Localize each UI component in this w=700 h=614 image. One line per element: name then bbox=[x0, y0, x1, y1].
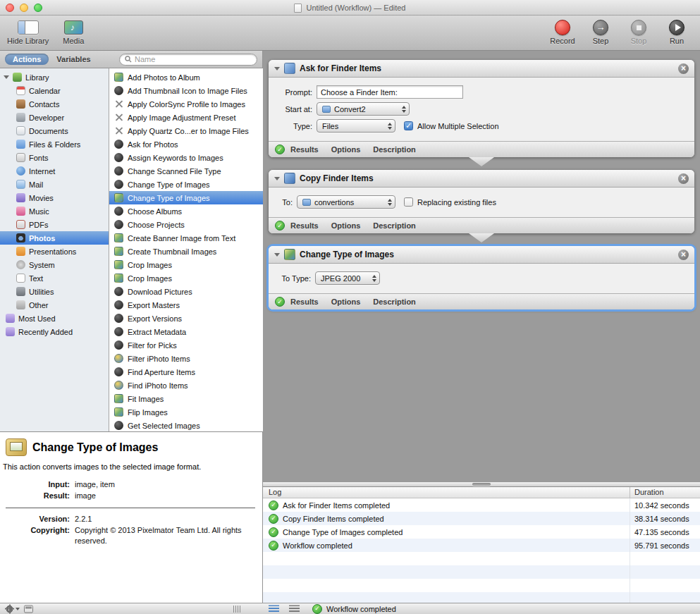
minimize-window-button[interactable] bbox=[20, 4, 28, 12]
type-popup[interactable]: Files bbox=[317, 119, 395, 133]
log-row[interactable]: Copy Finder Items completed 38.314 secon… bbox=[263, 512, 700, 525]
panel-icon[interactable] bbox=[24, 605, 33, 613]
workflow-action-copy-finder-items[interactable]: Copy Finder Items To: convertions Replac… bbox=[269, 170, 694, 233]
action-list-item[interactable]: Extract Metadata bbox=[109, 325, 263, 338]
log-text-view-icon[interactable] bbox=[289, 605, 300, 613]
sidebar-item[interactable]: Text bbox=[0, 271, 109, 285]
sidebar-item-library[interactable]: Library bbox=[0, 70, 109, 84]
action-list-item[interactable]: Change Type of Images bbox=[109, 191, 263, 204]
close-action-button[interactable] bbox=[678, 250, 689, 260]
close-action-button[interactable] bbox=[678, 63, 689, 74]
to-type-popup[interactable]: JPEG 2000 bbox=[315, 271, 380, 285]
sidebar-item[interactable]: Presentations bbox=[0, 245, 109, 258]
action-list-item[interactable]: Choose Projects bbox=[109, 218, 263, 231]
action-list-item[interactable]: Fit Images bbox=[109, 392, 263, 405]
sidebar-item[interactable]: Calendar bbox=[0, 84, 109, 97]
action-list-item[interactable]: Add Thumbnail Icon to Image Files bbox=[109, 84, 263, 97]
action-list-item[interactable]: Export Masters bbox=[109, 298, 263, 312]
disclosure-triangle-icon[interactable] bbox=[274, 67, 280, 70]
media-button[interactable]: Media bbox=[60, 18, 87, 45]
description-button[interactable]: Description bbox=[369, 221, 423, 230]
disclosure-triangle-icon[interactable] bbox=[274, 253, 280, 257]
log-splitter-handle[interactable] bbox=[263, 481, 700, 487]
step-button[interactable]: Step bbox=[587, 18, 614, 45]
close-action-button[interactable] bbox=[678, 173, 689, 184]
sidebar-item[interactable]: Movies bbox=[0, 191, 109, 204]
options-button[interactable]: Options bbox=[328, 297, 368, 306]
duration-column-header[interactable]: Duration bbox=[630, 487, 700, 498]
action-list-item[interactable]: Filter for Picks bbox=[109, 338, 263, 352]
hide-library-button[interactable]: Hide Library bbox=[7, 18, 49, 45]
action-list-item[interactable]: Find iPhoto Items bbox=[109, 379, 263, 392]
sidebar-item[interactable]: Contacts bbox=[0, 97, 109, 111]
action-header[interactable]: Ask for Finder Items bbox=[269, 60, 694, 78]
action-list-item[interactable]: Apply ColorSync Profile to Images bbox=[109, 97, 263, 111]
disclosure-triangle-icon[interactable] bbox=[4, 75, 9, 79]
action-header[interactable]: Change Type of Images bbox=[269, 246, 694, 264]
sidebar-item[interactable]: Documents bbox=[0, 124, 109, 137]
sidebar-item[interactable]: System bbox=[0, 258, 109, 271]
action-list-item[interactable]: Choose Albums bbox=[109, 204, 263, 218]
record-button[interactable]: Record bbox=[549, 18, 576, 45]
action-list-item[interactable]: Flip Images bbox=[109, 405, 263, 419]
workflow-action-change-type-of-images[interactable]: Change Type of Images To Type: JPEG 2000… bbox=[269, 246, 694, 309]
action-list-item[interactable]: Download Pictures bbox=[109, 285, 263, 298]
sidebar-item[interactable]: Most Used bbox=[0, 312, 109, 325]
action-list-item[interactable]: Get Selected Images bbox=[109, 419, 263, 431]
search-input[interactable] bbox=[135, 55, 252, 63]
options-button[interactable]: Options bbox=[328, 145, 368, 154]
action-list-item[interactable]: Apply Image Adjustment Preset bbox=[109, 111, 263, 124]
options-button[interactable]: Options bbox=[328, 221, 368, 230]
log-row[interactable]: Ask for Finder Items completed 10.342 se… bbox=[263, 498, 700, 512]
sidebar-item[interactable]: Recently Added bbox=[0, 325, 109, 338]
action-list-item[interactable]: Change Scanned File Type bbox=[109, 164, 263, 178]
resize-grip-icon[interactable] bbox=[233, 606, 240, 613]
action-list-item[interactable]: Change Type of Images bbox=[109, 178, 263, 191]
sidebar-item[interactable]: Photos bbox=[0, 231, 109, 245]
close-window-button[interactable] bbox=[6, 4, 14, 12]
results-button[interactable]: Results bbox=[287, 297, 326, 306]
sidebar-item[interactable]: Developer bbox=[0, 111, 109, 124]
action-header[interactable]: Copy Finder Items bbox=[269, 170, 694, 188]
prompt-input[interactable]: Choose a Finder Item: bbox=[317, 85, 463, 99]
action-list-item[interactable]: Add Photos to Album bbox=[109, 70, 263, 84]
tab-variables[interactable]: Variables bbox=[49, 54, 98, 65]
sidebar-item[interactable]: Utilities bbox=[0, 285, 109, 298]
sidebar-item[interactable]: Music bbox=[0, 204, 109, 218]
log-row[interactable]: Change Type of Images completed 47.135 s… bbox=[263, 525, 700, 539]
replacing-existing-files-checkbox[interactable] bbox=[404, 197, 413, 207]
run-button[interactable]: Run bbox=[663, 18, 690, 45]
action-list-item[interactable]: Create Thumbnail Images bbox=[109, 245, 263, 258]
log-row[interactable]: Workflow completed 95.791 seconds bbox=[263, 539, 700, 552]
search-field[interactable] bbox=[119, 54, 257, 66]
zoom-window-button[interactable] bbox=[34, 4, 42, 12]
description-button[interactable]: Description bbox=[369, 145, 423, 154]
disclosure-triangle-icon[interactable] bbox=[274, 177, 280, 180]
allow-multiple-selection-checkbox[interactable] bbox=[404, 121, 413, 130]
sidebar-item[interactable]: Mail bbox=[0, 178, 109, 191]
tab-actions[interactable]: Actions bbox=[5, 54, 49, 65]
action-list-item[interactable]: Filter iPhoto Items bbox=[109, 352, 263, 365]
action-list-item[interactable]: Ask for Photos bbox=[109, 137, 263, 151]
sidebar-item[interactable]: Other bbox=[0, 298, 109, 312]
action-list-item[interactable]: Crop Images bbox=[109, 258, 263, 271]
workflow-action-ask-for-finder-items[interactable]: Ask for Finder Items Prompt: Choose a Fi… bbox=[269, 60, 694, 157]
results-button[interactable]: Results bbox=[287, 145, 326, 154]
gear-icon[interactable] bbox=[6, 605, 13, 613]
action-list-item[interactable]: Create Banner Image from Text bbox=[109, 231, 263, 245]
chevron-down-icon[interactable] bbox=[16, 608, 20, 610]
start-at-popup[interactable]: Convert2 bbox=[317, 102, 410, 116]
action-list-item[interactable]: Apply Quartz Co...er to Image Files bbox=[109, 124, 263, 137]
action-list-item[interactable]: Assign Keywords to Images bbox=[109, 151, 263, 164]
sidebar-item[interactable]: PDFs bbox=[0, 218, 109, 231]
action-list-item[interactable]: Find Aperture Items bbox=[109, 365, 263, 379]
sidebar-item[interactable]: Internet bbox=[0, 164, 109, 178]
sidebar-item[interactable]: Fonts bbox=[0, 151, 109, 164]
log-list-view-icon[interactable] bbox=[269, 605, 279, 613]
results-button[interactable]: Results bbox=[287, 221, 326, 230]
action-list-item[interactable]: Crop Images bbox=[109, 271, 263, 285]
description-button[interactable]: Description bbox=[369, 297, 423, 306]
sidebar-item[interactable]: Files & Folders bbox=[0, 137, 109, 151]
action-list-item[interactable]: Export Versions bbox=[109, 312, 263, 325]
log-column-header[interactable]: Log bbox=[263, 487, 630, 498]
